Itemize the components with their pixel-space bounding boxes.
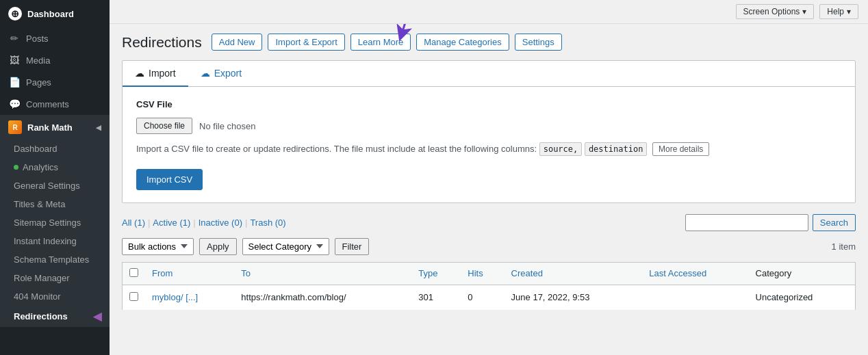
sidebar-item-redirections[interactable]: Redirections ◀	[0, 306, 110, 327]
sidebar-item-label: Posts	[26, 34, 49, 44]
general-settings-label: General Settings	[14, 181, 80, 191]
sep2: |	[193, 218, 195, 228]
tab-export[interactable]: ☁ Export	[188, 61, 254, 87]
import-export-panel: ☁ Import ☁ Export CSV File Choose file N…	[122, 60, 856, 203]
category-select[interactable]: Select Category	[242, 238, 329, 255]
filter-links: All (1) | Active (1) | Inactive (0) | Tr…	[122, 218, 286, 228]
bulk-actions-select[interactable]: Bulk actions Delete	[122, 238, 194, 255]
panel-tabs: ☁ Import ☁ Export	[123, 61, 855, 87]
sidebar-item-titles-meta[interactable]: Titles & Meta	[0, 195, 110, 213]
sidebar-logo[interactable]: Dashboard	[0, 0, 110, 27]
help-button[interactable]: Help ▾	[819, 4, 858, 19]
import-csv-button[interactable]: Import CSV	[136, 169, 203, 190]
import-export-button[interactable]: Import & Export	[268, 34, 344, 51]
analytics-dot-icon	[14, 165, 18, 170]
from-link[interactable]: myblog/ [...]	[152, 292, 198, 302]
redirections-arrow-icon: ◀	[93, 310, 101, 323]
sitemap-settings-label: Sitemap Settings	[14, 218, 81, 228]
pages-icon: 📄	[8, 76, 21, 88]
table-row: myblog/ [...] https://rankmath.com/blog/…	[123, 285, 856, 310]
all-filter-link[interactable]: All (1)	[122, 218, 145, 228]
main-area: Screen Options ▾ Help ▾ Redirections Add…	[110, 0, 868, 355]
manage-categories-button[interactable]: Manage Categories	[416, 34, 509, 51]
sep3: |	[245, 218, 247, 228]
sidebar-item-media[interactable]: 🖼 Media	[0, 49, 110, 71]
sidebar-item-pages[interactable]: 📄 Pages	[0, 71, 110, 93]
panel-body: CSV File Choose file No file chosen Impo…	[123, 87, 855, 202]
csv-file-label: CSV File	[136, 99, 841, 109]
category-cell: Uncategorized	[749, 285, 856, 310]
sidebar-item-label: Comments	[26, 99, 69, 109]
hits-header[interactable]: Hits	[461, 262, 504, 285]
export-cloud-icon: ☁	[201, 68, 210, 79]
sidebar-item-general-settings[interactable]: General Settings	[0, 176, 110, 195]
row-checkbox-cell	[123, 285, 146, 310]
rank-math-section: R Rank Math ◀ Dashboard Analytics Genera…	[0, 115, 110, 327]
filter-button[interactable]: Filter	[335, 238, 370, 255]
created-header[interactable]: Created	[505, 262, 643, 285]
page-title: Redirections	[122, 34, 202, 51]
role-manager-label: Role Manager	[14, 273, 70, 283]
to-cell: https://rankmath.com/blog/	[234, 285, 411, 310]
type-cell: 301	[411, 285, 461, 310]
inactive-filter-link[interactable]: Inactive (0)	[199, 218, 242, 228]
learn-more-container: Learn More	[350, 34, 411, 51]
content-area: Redirections Add New Import & Export Lea…	[110, 24, 868, 355]
rank-math-collapse-icon: ◀	[96, 124, 101, 131]
comments-icon: 💬	[8, 98, 21, 110]
type-header[interactable]: Type	[411, 262, 461, 285]
active-filter-link[interactable]: Active (1)	[153, 218, 190, 228]
sidebar-item-404-monitor[interactable]: 404 Monitor	[0, 287, 110, 306]
sidebar-item-rm-dashboard[interactable]: Dashboard	[0, 140, 110, 158]
no-file-text: No file chosen	[199, 121, 255, 131]
schema-templates-label: Schema Templates	[14, 254, 89, 265]
to-header[interactable]: To	[234, 262, 411, 285]
redirections-table: From To Type Hits Created Last	[122, 262, 856, 311]
import-tab-label: Import	[149, 68, 176, 79]
choose-file-button[interactable]: Choose file	[136, 118, 192, 134]
sidebar-item-schema-templates[interactable]: Schema Templates	[0, 250, 110, 269]
rank-math-header[interactable]: R Rank Math ◀	[0, 115, 110, 140]
help-chevron-icon: ▾	[847, 7, 851, 16]
sidebar-item-label: Media	[26, 55, 50, 66]
404-monitor-label: 404 Monitor	[14, 291, 61, 302]
help-label: Help	[827, 7, 844, 16]
media-icon: 🖼	[8, 54, 21, 66]
sidebar-logo-label: Dashboard	[27, 9, 74, 19]
search-button[interactable]: Search	[813, 214, 856, 231]
topbar: Screen Options ▾ Help ▾	[110, 0, 868, 24]
export-tab-label: Export	[214, 68, 242, 79]
titles-meta-label: Titles & Meta	[14, 199, 65, 209]
more-details-button[interactable]: More details	[652, 142, 709, 156]
add-new-button[interactable]: Add New	[212, 34, 263, 51]
screen-options-button[interactable]: Screen Options ▾	[736, 4, 815, 19]
row-checkbox[interactable]	[129, 292, 138, 301]
learn-more-button[interactable]: Learn More	[350, 34, 411, 51]
search-input[interactable]	[685, 214, 808, 231]
sidebar-item-sitemap-settings[interactable]: Sitemap Settings	[0, 213, 110, 232]
sidebar-item-analytics[interactable]: Analytics	[0, 158, 110, 176]
screen-options-label: Screen Options	[743, 7, 800, 16]
rm-dashboard-label: Dashboard	[14, 144, 58, 154]
trash-filter-link[interactable]: Trash (0)	[250, 218, 285, 228]
redirections-label: Redirections	[14, 311, 68, 321]
tab-import[interactable]: ☁ Import	[123, 61, 188, 87]
select-all-checkbox[interactable]	[129, 268, 138, 277]
sidebar-item-posts[interactable]: ✏ Posts	[0, 27, 110, 49]
from-cell: myblog/ [...]	[145, 285, 234, 310]
sidebar-item-instant-indexing[interactable]: Instant Indexing	[0, 232, 110, 250]
posts-icon: ✏	[8, 32, 21, 44]
settings-button[interactable]: Settings	[515, 34, 562, 51]
rank-math-icon: R	[8, 120, 22, 134]
rank-math-label: Rank Math	[27, 122, 73, 133]
from-header[interactable]: From	[145, 262, 234, 285]
sidebar-item-role-manager[interactable]: Role Manager	[0, 269, 110, 287]
apply-button[interactable]: Apply	[199, 238, 237, 255]
sidebar-item-comments[interactable]: 💬 Comments	[0, 93, 110, 115]
bulk-actions-row: Bulk actions Delete Apply Select Categor…	[122, 238, 856, 255]
filter-bar: All (1) | Active (1) | Inactive (0) | Tr…	[122, 214, 856, 231]
sidebar: Dashboard ✏ Posts 🖼 Media 📄 Pages 💬 Comm…	[0, 0, 110, 355]
dashboard-icon	[8, 7, 22, 21]
sidebar-item-label: Pages	[26, 77, 51, 88]
last-accessed-header[interactable]: Last Accessed	[642, 262, 748, 285]
